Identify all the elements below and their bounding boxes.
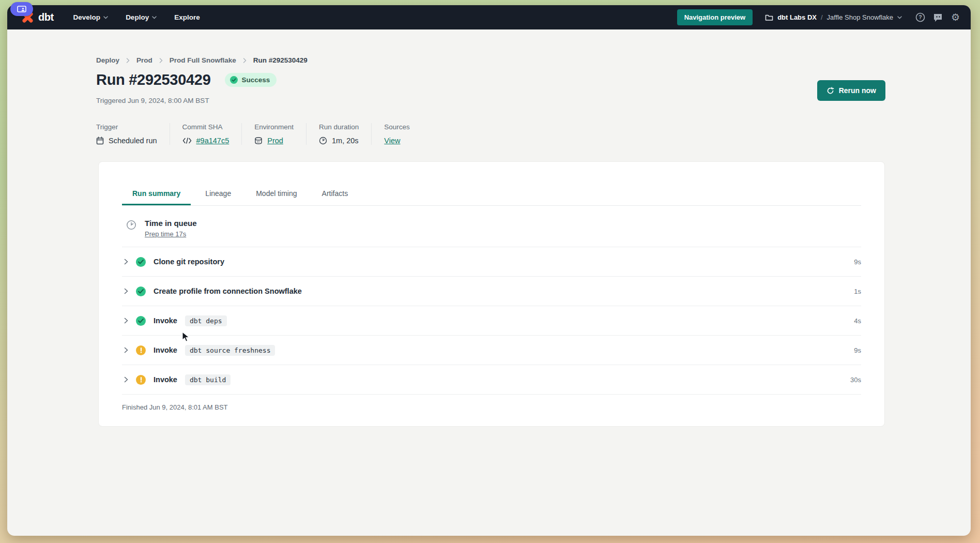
tab-lineage[interactable]: Lineage — [195, 183, 241, 205]
app-window: dbt Develop Deploy Explore Navigation pr… — [7, 5, 971, 536]
success-check-icon — [230, 76, 238, 84]
breadcrumb-deploy[interactable]: Deploy — [96, 56, 119, 64]
finished-timestamp: Finished Jun 9, 2024, 8:01 AM BST — [122, 395, 861, 411]
feedback-icon[interactable] — [933, 12, 943, 22]
warning-icon — [136, 345, 146, 355]
status-badge: Success — [225, 73, 277, 87]
run-summary-card: Run summary Lineage Model timing Artifac… — [98, 161, 885, 427]
expand-chevron-icon[interactable] — [124, 259, 128, 265]
screen-share-icon — [17, 6, 26, 13]
step-duration: 9s — [854, 258, 861, 266]
calendar-icon — [96, 137, 104, 145]
environment-link[interactable]: Prod — [267, 137, 283, 145]
code-icon — [182, 138, 192, 144]
triggered-timestamp: Triggered Jun 9, 2024, 8:00 AM BST — [96, 97, 209, 104]
breadcrumb-prod[interactable]: Prod — [136, 56, 152, 64]
step-row-dbt-build[interactable]: Invoke dbt build 30s — [122, 365, 861, 395]
tab-run-summary[interactable]: Run summary — [122, 183, 191, 205]
commit-sha-link[interactable]: #9a147c5 — [196, 137, 229, 145]
time-in-queue-row: Time in queue Prep time 17s — [122, 206, 861, 247]
environment-icon — [254, 137, 263, 145]
step-row-dbt-deps[interactable]: Invoke dbt deps 4s — [122, 306, 861, 336]
meta-trigger: Trigger Scheduled run — [96, 123, 170, 145]
nav-item-explore[interactable]: Explore — [174, 13, 200, 21]
queue-clock-icon — [126, 220, 136, 230]
chevron-down-icon — [103, 16, 108, 19]
step-command-chip: dbt source freshness — [185, 345, 275, 356]
nav-item-develop[interactable]: Develop — [73, 13, 109, 21]
warning-icon — [136, 375, 146, 385]
step-row-create-profile[interactable]: Create profile from connection Snowflake… — [122, 277, 861, 306]
breadcrumb-job[interactable]: Prod Full Snowflake — [170, 56, 236, 64]
tab-bar: Run summary Lineage Model timing Artifac… — [122, 183, 861, 206]
step-duration: 9s — [854, 346, 861, 354]
clock-icon — [319, 137, 327, 145]
screen-capture-badge[interactable] — [10, 2, 33, 16]
step-row-dbt-source-freshness[interactable]: Invoke dbt source freshness 9s — [122, 336, 861, 365]
breadcrumb-run: Run #292530429 — [253, 56, 308, 64]
account-name: dbt Labs DX — [777, 13, 817, 21]
step-duration: 4s — [854, 317, 861, 325]
step-duration: 1s — [854, 288, 861, 295]
queue-title: Time in queue — [145, 219, 197, 228]
folder-icon — [765, 14, 773, 21]
success-check-icon — [136, 286, 146, 296]
gear-icon[interactable]: ⚙ — [951, 12, 960, 22]
tab-model-timing[interactable]: Model timing — [246, 183, 307, 205]
chevron-right-icon — [126, 58, 130, 63]
meta-environment: Environment Prod — [254, 123, 307, 145]
title-row: Run #292530429 Success — [96, 71, 277, 88]
prep-time-link[interactable]: Prep time 17s — [145, 230, 197, 238]
run-meta-row: Trigger Scheduled run Commit SHA # — [96, 123, 435, 145]
account-separator: / — [821, 13, 823, 21]
meta-sources: Sources View — [384, 123, 422, 145]
account-project-switcher[interactable]: dbt Labs DX / Jaffle Shop Snowflake — [765, 13, 902, 21]
top-nav: dbt Develop Deploy Explore Navigation pr… — [7, 5, 971, 29]
step-command-chip: dbt deps — [185, 315, 227, 326]
help-icon[interactable]: ? — [915, 12, 925, 22]
logo-wordmark: dbt — [38, 11, 54, 23]
rerun-now-button[interactable]: Rerun now — [817, 80, 885, 101]
expand-chevron-icon[interactable] — [124, 347, 128, 353]
chevron-right-icon — [159, 58, 163, 63]
success-check-icon — [136, 257, 146, 267]
chevron-down-icon — [897, 16, 902, 19]
step-duration: 30s — [850, 376, 861, 384]
expand-chevron-icon[interactable] — [124, 376, 128, 383]
meta-run-duration: Run duration 1m, 20s — [319, 123, 372, 145]
tab-artifacts[interactable]: Artifacts — [312, 183, 359, 205]
refresh-icon — [826, 87, 834, 95]
page-title: Run #292530429 — [96, 71, 211, 88]
chevron-down-icon — [152, 16, 157, 19]
step-command-chip: dbt build — [185, 374, 231, 385]
meta-commit-sha: Commit SHA #9a147c5 — [182, 123, 242, 145]
svg-text:?: ? — [918, 14, 922, 20]
step-row-clone-git[interactable]: Clone git repository 9s — [122, 247, 861, 277]
breadcrumb: Deploy Prod Prod Full Snowflake Run #292… — [96, 56, 308, 64]
status-label: Success — [242, 76, 270, 84]
project-name: Jaffle Shop Snowflake — [827, 13, 893, 21]
expand-chevron-icon[interactable] — [124, 318, 128, 324]
sources-view-link[interactable]: View — [384, 137, 400, 145]
nav-item-deploy[interactable]: Deploy — [126, 13, 157, 21]
success-check-icon — [136, 316, 146, 326]
nav-icon-group: ? ⚙ — [915, 12, 960, 22]
navigation-preview-button[interactable]: Navigation preview — [677, 9, 753, 25]
chevron-right-icon — [243, 58, 247, 63]
expand-chevron-icon[interactable] — [124, 288, 128, 294]
